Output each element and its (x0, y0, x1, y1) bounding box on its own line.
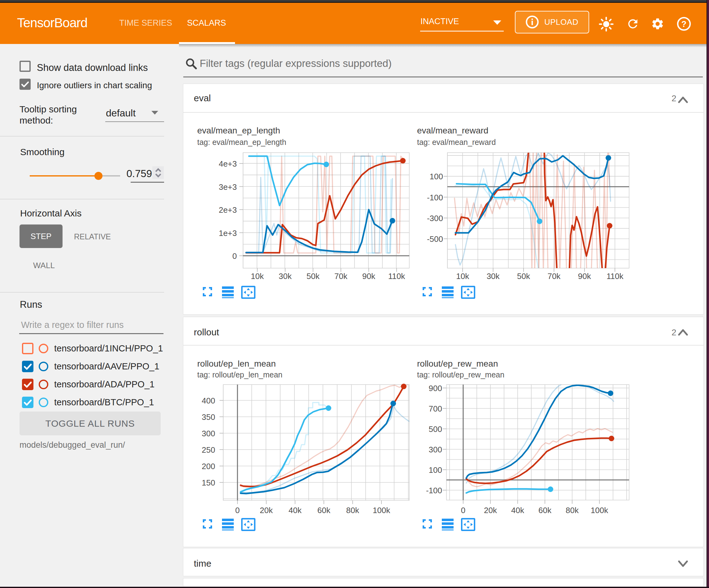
svg-text:4e+3: 4e+3 (218, 159, 237, 169)
svg-text:100k: 100k (373, 506, 390, 515)
svg-text:90k: 90k (578, 272, 592, 281)
svg-text:-300: -300 (427, 214, 443, 223)
svg-text:40k: 40k (289, 506, 302, 515)
svg-text:150: 150 (202, 478, 215, 487)
svg-text:0: 0 (235, 506, 240, 515)
svg-text:200: 200 (202, 462, 215, 471)
svg-text:900: 900 (429, 384, 442, 393)
svg-text:10k: 10k (456, 272, 469, 281)
svg-text:-100: -100 (427, 193, 443, 202)
svg-text:50k: 50k (307, 272, 320, 281)
svg-text:-100: -100 (426, 486, 442, 495)
svg-text:250: 250 (202, 445, 215, 455)
svg-text:20k: 20k (484, 506, 497, 515)
svg-text:60k: 60k (539, 506, 552, 515)
svg-text:0: 0 (233, 251, 237, 261)
svg-text:90k: 90k (362, 272, 375, 281)
svg-text:40k: 40k (511, 506, 524, 515)
svg-text:110k: 110k (388, 272, 405, 281)
svg-text:100: 100 (430, 172, 443, 181)
svg-text:80k: 80k (566, 506, 579, 515)
svg-text:20k: 20k (260, 506, 273, 515)
svg-text:70k: 70k (334, 272, 348, 281)
svg-text:400: 400 (202, 396, 215, 405)
svg-text:700: 700 (429, 404, 442, 413)
svg-text:300: 300 (429, 445, 442, 454)
svg-text:60k: 60k (317, 506, 331, 515)
svg-text:3e+3: 3e+3 (218, 182, 237, 191)
svg-text:350: 350 (202, 412, 215, 422)
svg-text:100k: 100k (591, 506, 608, 515)
svg-text:10k: 10k (251, 272, 264, 281)
svg-text:70k: 70k (547, 272, 561, 281)
svg-text:-500: -500 (427, 234, 443, 244)
svg-text:30k: 30k (487, 272, 500, 281)
svg-text:110k: 110k (606, 272, 624, 281)
svg-text:2e+3: 2e+3 (218, 205, 237, 214)
svg-text:0: 0 (461, 506, 465, 515)
svg-text:?: ? (681, 20, 687, 29)
svg-text:1e+3: 1e+3 (218, 229, 237, 238)
svg-text:50k: 50k (517, 272, 530, 281)
svg-text:100: 100 (429, 465, 442, 475)
svg-text:80k: 80k (346, 506, 360, 515)
svg-text:30k: 30k (279, 272, 292, 281)
svg-text:300: 300 (202, 429, 215, 438)
svg-text:500: 500 (429, 425, 442, 434)
